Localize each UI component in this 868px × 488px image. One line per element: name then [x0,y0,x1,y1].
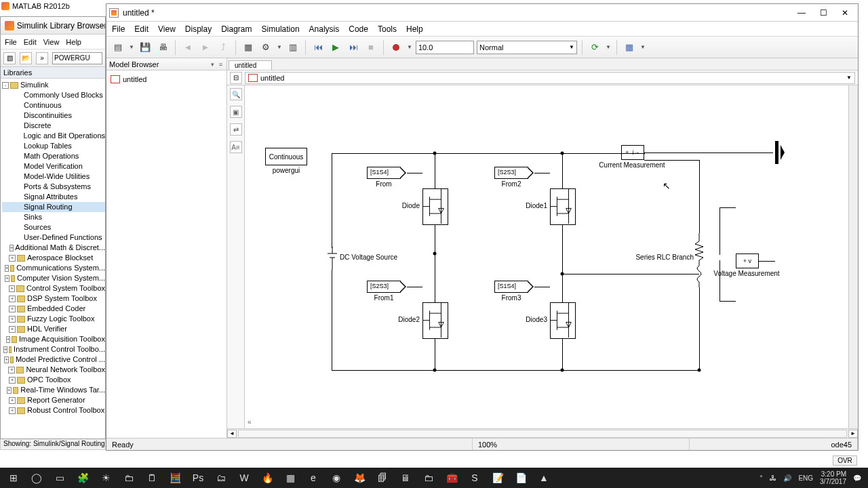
simulink-block[interactable] [550,302,576,339]
simulink-block[interactable] [775,141,786,167]
wire[interactable] [644,153,645,154]
tray-volume-icon[interactable]: 🔊 [783,474,791,482]
tree-item[interactable]: Discrete [2,121,105,131]
tree-item[interactable]: +Real-Time Windows Tar... [2,385,105,395]
breadcrumb[interactable]: untitled ▼ [245,72,855,84]
taskbar-app[interactable]: 🦊 [349,469,370,487]
collapse-palette-icon[interactable]: « [248,418,252,426]
tray-chevron-icon[interactable]: ˄ [760,474,763,482]
step-back-button[interactable]: ⏮ [311,40,326,55]
zoom-button[interactable]: 🔍 [230,88,242,100]
wire[interactable] [435,339,435,370]
maximize-button[interactable]: ☐ [813,7,833,19]
expand-icon[interactable]: + [9,245,14,251]
tree-item[interactable]: +DSP System Toolbox [2,293,105,304]
expand-icon[interactable]: + [9,377,16,384]
simulink-block[interactable]: [S1S4]From3 [494,281,528,302]
tray-notifications-icon[interactable]: 💬 [853,474,861,482]
tree-item[interactable]: +Report Generator [2,395,105,405]
expand-icon[interactable]: + [9,407,16,414]
simulink-block[interactable]: Diode3 [520,314,547,323]
taskbar-app[interactable]: Ps [187,469,209,487]
simulink-block[interactable]: DC Voltage Source [340,252,408,261]
scroll-right-icon[interactable]: ► [848,430,858,438]
wire[interactable] [534,173,550,174]
expand-icon[interactable]: + [5,265,9,272]
tree-item[interactable]: Signal Attributes [2,192,105,202]
print-button[interactable]: 🖶 [155,40,170,55]
stop-time-input[interactable] [416,41,474,54]
simulink-block[interactable]: [S2S3]From1 [367,281,401,302]
back-button[interactable]: ◄ [180,40,195,55]
tree-item[interactable]: +Neural Network Toolbox [2,365,105,375]
tree-item[interactable]: Lookup Tables [2,141,105,151]
tree-item[interactable]: +Additional Math & Discret... [2,243,105,253]
simulink-block[interactable] [422,188,448,225]
taskbar-app[interactable]: 🧮 [164,469,186,487]
wire[interactable] [597,370,699,371]
menu-code[interactable]: Code [349,24,368,34]
up-button[interactable]: ⤴ [216,40,231,55]
lib-more-button[interactable]: » [36,52,48,64]
tree-item[interactable]: Continuous [2,100,105,110]
tree-item[interactable]: +Communications System... [2,263,105,273]
expand-icon[interactable]: + [9,296,16,302]
lib-open-button[interactable]: 📂 [20,52,32,64]
expand-icon[interactable]: + [6,336,11,343]
model-browser-item[interactable]: untitled [111,73,222,85]
expand-icon[interactable]: + [9,397,16,404]
tree-item[interactable]: +Robust Control Toolbox [2,405,105,415]
taskbar-app[interactable]: 🗂 [210,469,232,487]
simulink-block[interactable]: Continuouspowergui [265,148,307,174]
menu-tools[interactable]: Tools [378,24,397,34]
expand-icon[interactable]: + [8,367,15,373]
taskbar-app[interactable]: 🖥 [395,469,416,487]
lib-menu-help[interactable]: Help [66,38,81,46]
save-button[interactable]: 💾 [138,40,153,55]
tree-item[interactable]: User-Defined Functions [2,232,105,243]
wire[interactable] [562,225,563,302]
forward-button[interactable]: ► [198,40,213,55]
taskbar-app[interactable]: 🧰 [441,469,462,487]
wire[interactable] [699,160,700,233]
wire[interactable] [719,207,736,208]
expand-icon[interactable]: + [9,316,16,323]
menu-analysis[interactable]: Analysis [309,24,340,34]
taskbar-app[interactable]: 🗐 [372,469,393,487]
step-forward-button[interactable]: ⏭ [346,40,361,55]
simulink-block[interactable]: Diode2 [393,314,420,323]
new-dropdown[interactable]: ▼ [128,44,135,50]
cortana-icon[interactable]: ◯ [26,469,47,487]
wire[interactable] [435,225,435,302]
hide-browser-button[interactable]: ⊟ [230,72,242,84]
start-button[interactable]: ⊞ [3,469,24,487]
tree-item[interactable]: +Instrument Control Toolbo... [2,344,105,354]
tray-clock[interactable]: 3:20 PM 3/7/2017 [820,470,846,485]
taskbar-app[interactable]: ☀ [95,469,117,487]
annotate-button[interactable]: A≡ [230,141,242,153]
horizontal-scrollbar[interactable]: ◄ ► [227,428,858,438]
tree-item[interactable]: Ports & Subsystems [2,182,105,192]
taskbar-app[interactable]: 🗒 [141,469,163,487]
simulink-block[interactable] [550,188,576,225]
expand-icon[interactable]: + [7,387,12,394]
taskbar-app[interactable]: ▦ [279,469,301,487]
tree-item[interactable]: Signal Routing [2,202,105,212]
wire[interactable] [562,153,563,188]
wire[interactable] [644,152,773,153]
simulink-block[interactable]: [S2S3]From2 [494,167,528,188]
expand-icon[interactable]: + [9,306,16,312]
wire[interactable] [699,287,700,370]
expand-icon[interactable]: + [9,326,16,333]
tree-item[interactable]: Model-Wide Utilities [2,171,105,182]
taskbar-app[interactable]: 🗀 [118,469,140,487]
simulink-block[interactable]: Diode1 [520,201,547,209]
tree-item[interactable]: Math Operations [2,151,105,161]
scroll-left-icon[interactable]: ◄ [227,430,237,438]
taskbar-app[interactable]: e [302,469,324,487]
tree-item[interactable]: +Fuzzy Logic Toolbox [2,314,105,324]
taskbar-app[interactable]: ▲ [533,469,555,487]
wire[interactable] [332,153,597,154]
tree-item[interactable]: Sinks [2,212,105,222]
record-dropdown[interactable]: ▼ [406,44,413,50]
